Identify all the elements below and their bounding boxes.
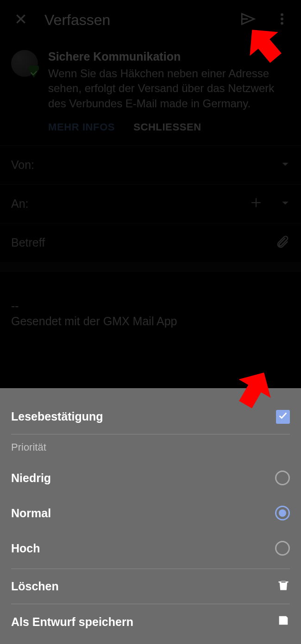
chevron-down-icon[interactable] — [281, 197, 290, 211]
save-draft-row[interactable]: Als Entwurf speichern — [11, 604, 290, 639]
close-button[interactable] — [10, 9, 31, 31]
more-vertical-icon — [275, 12, 289, 28]
check-icon — [278, 410, 288, 423]
svg-point-3 — [281, 18, 283, 20]
radio-selected-icon — [275, 506, 290, 520]
options-sheet: Lesebestätigung Priorität Niedrig Normal… — [0, 388, 301, 644]
trash-icon — [277, 579, 290, 594]
close-icon — [15, 13, 27, 27]
priority-high-label: Hoch — [11, 542, 275, 555]
appbar-title: Verfassen — [44, 12, 237, 29]
from-field[interactable]: Von: — [0, 145, 301, 184]
signature-separator: -- — [11, 299, 290, 313]
delete-label: Löschen — [11, 580, 277, 593]
priority-low-label: Niedrig — [11, 471, 275, 485]
info-close-button[interactable]: SCHLIESSEN — [133, 121, 201, 133]
svg-point-4 — [281, 22, 283, 25]
priority-high[interactable]: Hoch — [11, 531, 290, 566]
send-icon — [240, 11, 256, 29]
signature-text: Gesendet mit der GMX Mail App — [11, 315, 290, 328]
save-draft-label: Als Entwurf speichern — [11, 615, 277, 629]
plus-icon — [250, 198, 262, 211]
read-receipt-label: Lesebestätigung — [11, 410, 276, 423]
more-info-link[interactable]: MEHR INFOS — [48, 121, 115, 133]
avatar — [11, 50, 38, 77]
priority-header: Priorität — [11, 434, 290, 460]
priority-normal-label: Normal — [11, 507, 275, 520]
chevron-down-icon — [281, 158, 290, 172]
subject-label: Betreff — [11, 236, 276, 249]
read-receipt-checkbox[interactable] — [276, 410, 290, 424]
add-recipient-button[interactable] — [250, 197, 262, 211]
radio-unselected-icon — [275, 541, 290, 556]
to-field[interactable]: An: — [0, 184, 301, 223]
email-body[interactable]: -- Gesendet mit der GMX Mail App — [0, 271, 301, 356]
radio-unselected-icon — [275, 471, 290, 485]
priority-low[interactable]: Niedrig — [11, 460, 290, 495]
svg-point-2 — [281, 13, 283, 16]
paperclip-icon — [276, 238, 290, 251]
from-label: Von: — [11, 158, 281, 172]
priority-normal[interactable]: Normal — [11, 495, 290, 531]
to-label: An: — [11, 197, 250, 211]
subject-field[interactable]: Betreff — [0, 223, 301, 262]
info-body: Wenn Sie das Häkchen neben einer Adresse… — [48, 66, 290, 111]
delete-row[interactable]: Löschen — [11, 569, 290, 604]
save-icon — [277, 614, 290, 630]
attach-button[interactable] — [276, 235, 290, 251]
priority-group: Priorität Niedrig Normal Hoch — [11, 434, 290, 569]
